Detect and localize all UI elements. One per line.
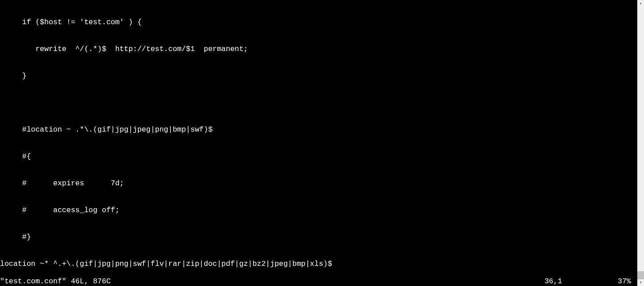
code-line: } (0, 72, 637, 81)
code-line: rewrite ^/(.*)$ http://test.com/$1 perma… (0, 45, 637, 54)
code-line: # access_log off; (0, 206, 637, 215)
code-line: #location ~ .*\.(gif|jpg|jpeg|png|bmp|sw… (0, 125, 637, 134)
status-filename: "test.com.conf" 46L, 876C (0, 277, 111, 286)
code-line: #{ (0, 152, 637, 161)
code-line: # expires 7d; (0, 179, 637, 188)
scrollbar-arrow-up-icon[interactable]: ▴ (637, 0, 644, 7)
vim-status-line: "test.com.conf" 46L, 876C 36,1 37% (0, 277, 637, 286)
scrollbar-arrow-down-icon[interactable]: ▾ (637, 279, 644, 286)
code-line: if ($host != 'test.com' ) { (0, 18, 637, 27)
status-cursor-position: 36,1 (544, 277, 562, 286)
code-line: #} (0, 233, 637, 242)
code-line: location ~* ^.+\.(gif|jpg|png|swf|flv|ra… (0, 260, 637, 269)
status-scroll-percent: 37% (618, 277, 631, 286)
scrollbar-track[interactable]: ▴ ▾ (637, 0, 644, 286)
terminal-viewport[interactable]: if ($host != 'test.com' ) { rewrite ^/(.… (0, 0, 637, 286)
code-line (0, 98, 637, 107)
